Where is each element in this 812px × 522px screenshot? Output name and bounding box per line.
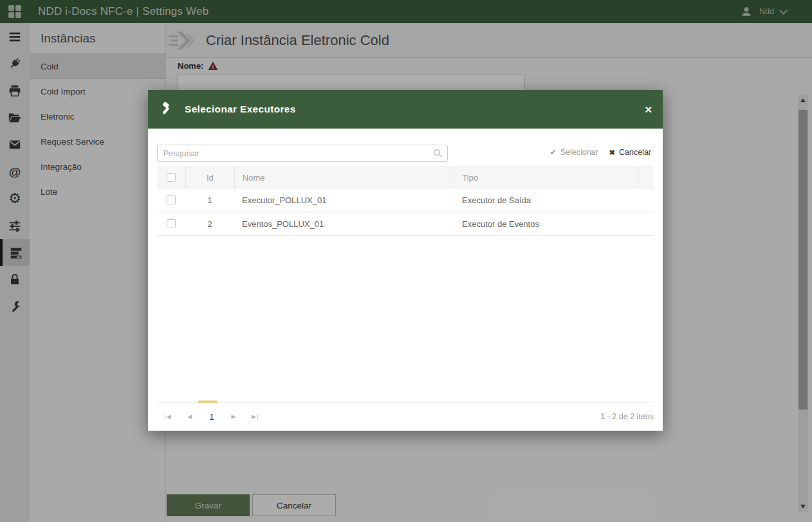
cell-id: 2 (185, 212, 234, 235)
column-header-nome[interactable]: Nome (234, 167, 454, 188)
select-all-checkbox[interactable] (167, 173, 176, 182)
modal-title: Selecionar Executores (185, 104, 296, 115)
page-number[interactable]: 1 (201, 412, 223, 422)
column-header-id[interactable]: Id (185, 167, 234, 188)
modal-body: ✔ Selecionar ✖ Cancelar Id Nome Tipo (148, 129, 663, 431)
previous-page-icon[interactable]: ◀ (179, 413, 201, 420)
modal-cancel-button[interactable]: ✖ Cancelar (609, 148, 651, 157)
modal-header: Selecionar Executores ✕ (148, 90, 663, 129)
cell-nome: Eventos_POLLUX_01 (234, 212, 454, 235)
table-row[interactable]: 2 Eventos_POLLUX_01 Executor de Eventos (157, 212, 654, 236)
table-header-row: Id Nome Tipo (157, 166, 654, 188)
table-row[interactable]: 1 Executor_POLLUX_01 Executor de Saída (157, 188, 654, 212)
cell-tipo: Executor de Eventos (454, 212, 638, 235)
check-icon: ✔ (550, 148, 557, 157)
gavel-icon (158, 101, 176, 118)
pager-summary: 1 - 2 de 2 itens (600, 412, 654, 421)
executors-table: Id Nome Tipo 1 Executor_POLLUX_01 Execut… (157, 166, 654, 236)
select-executors-modal: Selecionar Executores ✕ ✔ Selecionar ✖ C… (148, 90, 663, 431)
close-icon[interactable]: ✕ (644, 105, 652, 114)
row-checkbox[interactable] (167, 195, 176, 204)
row-checkbox[interactable] (167, 219, 176, 228)
current-page-indicator (198, 401, 217, 403)
pager: |◀ ◀ 1 ▶ ▶| 1 - 2 de 2 itens (157, 402, 654, 431)
search-icon (433, 148, 443, 158)
search-input[interactable] (157, 145, 448, 162)
x-icon: ✖ (609, 148, 615, 157)
cell-id: 1 (185, 188, 234, 212)
column-header-filler (638, 167, 654, 188)
cell-nome: Executor_POLLUX_01 (234, 188, 454, 212)
next-page-icon[interactable]: ▶ (223, 413, 245, 420)
select-button[interactable]: ✔ Selecionar (550, 148, 598, 157)
cell-tipo: Executor de Saída (454, 188, 638, 212)
column-header-tipo[interactable]: Tipo (454, 167, 638, 188)
first-page-icon[interactable]: |◀ (157, 413, 179, 420)
app-window: NDD i-Docs NFC-e | Settings Web Ndd (0, 0, 812, 522)
last-page-icon[interactable]: ▶| (245, 413, 266, 420)
